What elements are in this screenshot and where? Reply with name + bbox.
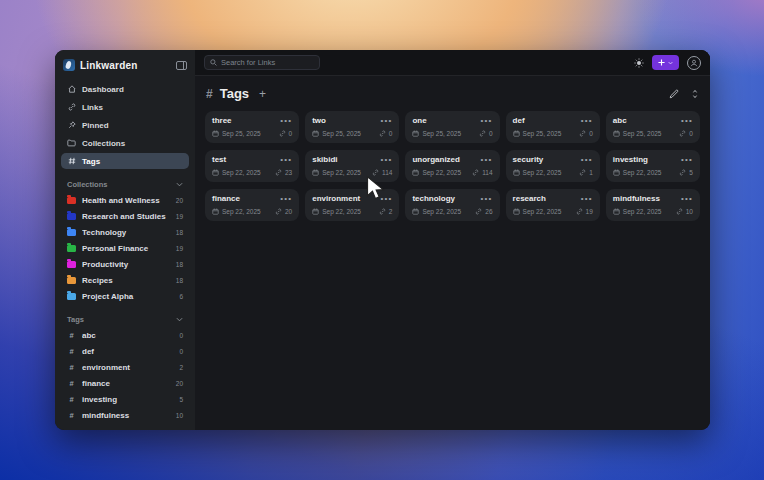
calendar-icon <box>412 208 419 215</box>
tag-card[interactable]: investing ••• Sep 22, 2025 5 <box>606 150 700 182</box>
tag-card[interactable]: def ••• Sep 25, 2025 0 <box>506 111 600 143</box>
sidebar-collection-item[interactable]: Health and Wellness 20 <box>61 192 189 208</box>
tag-card[interactable]: test ••• Sep 22, 2025 23 <box>205 150 299 182</box>
more-options-icon[interactable]: ••• <box>380 197 392 201</box>
more-options-icon[interactable]: ••• <box>681 158 693 162</box>
more-options-icon[interactable]: ••• <box>380 158 392 162</box>
calendar-icon <box>613 169 620 176</box>
sidebar-collection-item[interactable]: Productivity 18 <box>61 256 189 272</box>
more-options-icon[interactable]: ••• <box>581 119 593 123</box>
tag-card[interactable]: security ••• Sep 22, 2025 1 <box>506 150 600 182</box>
hash-icon: # <box>67 363 76 372</box>
more-options-icon[interactable]: ••• <box>581 158 593 162</box>
sidebar-collection-item[interactable]: Recipes 18 <box>61 272 189 288</box>
tag-card[interactable]: environment ••• Sep 22, 2025 2 <box>305 189 399 221</box>
sidebar-tag-item[interactable]: # investing 5 <box>61 391 189 407</box>
sidebar-tag-item[interactable]: # mindfulness 10 <box>61 407 189 423</box>
folder-icon <box>67 245 76 252</box>
calendar-icon <box>212 208 219 215</box>
tag-card[interactable]: abc ••• Sep 25, 2025 0 <box>606 111 700 143</box>
sidebar-header: Linkwarden <box>61 57 189 75</box>
tag-card-count: 10 <box>686 208 693 215</box>
tag-card[interactable]: skibidi ••• Sep 22, 2025 114 <box>305 150 399 182</box>
more-options-icon[interactable]: ••• <box>280 197 292 201</box>
tag-card-title: test <box>212 155 226 164</box>
sidebar-tag-item[interactable]: # def 0 <box>61 343 189 359</box>
search-input[interactable] <box>221 58 314 67</box>
theme-toggle-icon[interactable] <box>634 58 644 68</box>
profile-button[interactable] <box>687 56 701 70</box>
more-options-icon[interactable]: ••• <box>681 119 693 123</box>
collection-count: 19 <box>176 245 183 252</box>
calendar-icon <box>613 130 620 137</box>
more-options-icon[interactable]: ••• <box>681 197 693 201</box>
sidebar-item-links[interactable]: Links <box>61 99 189 115</box>
calendar-icon <box>513 169 520 176</box>
topbar-actions <box>634 55 701 70</box>
tag-card[interactable]: unorganized ••• Sep 22, 2025 114 <box>405 150 499 182</box>
link-count-icon <box>679 169 686 176</box>
link-count-icon <box>275 169 282 176</box>
tag-card[interactable]: technology ••• Sep 22, 2025 26 <box>405 189 499 221</box>
search-bar[interactable] <box>204 55 320 70</box>
sidebar-collection-item[interactable]: Technology 18 <box>61 224 189 240</box>
calendar-icon <box>312 169 319 176</box>
chevron-down-icon <box>176 317 183 322</box>
tag-card[interactable]: two ••• Sep 25, 2025 0 <box>305 111 399 143</box>
calendar-icon <box>212 169 219 176</box>
chevron-down-icon <box>176 182 183 187</box>
tag-card[interactable]: research ••• Sep 22, 2025 19 <box>506 189 600 221</box>
sidebar-tag-item[interactable]: # finance 20 <box>61 375 189 391</box>
sidebar-item-pinned[interactable]: Pinned <box>61 117 189 133</box>
sidebar-collection-item[interactable]: Personal Finance 19 <box>61 240 189 256</box>
tag-card-date: Sep 22, 2025 <box>222 169 261 176</box>
sort-icon[interactable] <box>691 89 699 99</box>
plus-icon <box>658 59 665 66</box>
tag-card-title: security <box>513 155 544 164</box>
tag-card[interactable]: mindfulness ••• Sep 22, 2025 10 <box>606 189 700 221</box>
sidebar-collection-item[interactable]: Research and Studies 19 <box>61 208 189 224</box>
calendar-icon <box>412 169 419 176</box>
tag-card[interactable]: finance ••• Sep 22, 2025 20 <box>205 189 299 221</box>
collapse-sidebar-icon[interactable] <box>176 61 187 70</box>
sidebar-tag-item[interactable]: # environment 2 <box>61 359 189 375</box>
tag-card-date: Sep 25, 2025 <box>422 130 461 137</box>
sidebar-item-collections[interactable]: Collections <box>61 135 189 151</box>
sidebar-collection-item[interactable]: Project Alpha 6 <box>61 288 189 304</box>
add-tag-button[interactable]: + <box>256 87 269 101</box>
tag-card-title: finance <box>212 194 240 203</box>
collections-header-label: Collections <box>67 180 107 189</box>
tag-label: mindfulness <box>82 411 170 420</box>
more-options-icon[interactable]: ••• <box>481 197 493 201</box>
hash-icon: # <box>67 411 76 420</box>
more-options-icon[interactable]: ••• <box>380 119 392 123</box>
more-options-icon[interactable]: ••• <box>481 158 493 162</box>
collection-label: Technology <box>82 228 170 237</box>
more-options-icon[interactable]: ••• <box>481 119 493 123</box>
tag-card-title: investing <box>613 155 648 164</box>
tag-card-title: technology <box>412 194 455 203</box>
calendar-icon <box>412 130 419 137</box>
tag-label: investing <box>82 395 173 404</box>
more-options-icon[interactable]: ••• <box>280 158 292 162</box>
folder-icon <box>67 139 76 147</box>
collections-section-header[interactable]: Collections <box>61 180 189 192</box>
add-new-button[interactable] <box>652 55 679 70</box>
tag-card-date: Sep 25, 2025 <box>623 130 662 137</box>
sidebar-item-tags[interactable]: Tags <box>61 153 189 169</box>
more-options-icon[interactable]: ••• <box>581 197 593 201</box>
link-count-icon <box>579 130 586 137</box>
collection-label: Productivity <box>82 260 170 269</box>
sidebar-tag-item[interactable]: # abc 0 <box>61 327 189 343</box>
more-options-icon[interactable]: ••• <box>280 119 292 123</box>
tag-card-date: Sep 22, 2025 <box>523 169 562 176</box>
edit-icon[interactable] <box>669 89 679 99</box>
tag-card[interactable]: one ••• Sep 25, 2025 0 <box>405 111 499 143</box>
link-count-icon <box>379 130 386 137</box>
page-title: Tags <box>220 86 249 101</box>
tags-section-header[interactable]: Tags <box>61 315 189 327</box>
tag-card-count: 5 <box>689 169 693 176</box>
sidebar-item-dashboard[interactable]: Dashboard <box>61 81 189 97</box>
tag-count: 20 <box>176 380 183 387</box>
tag-card[interactable]: three ••• Sep 25, 2025 0 <box>205 111 299 143</box>
